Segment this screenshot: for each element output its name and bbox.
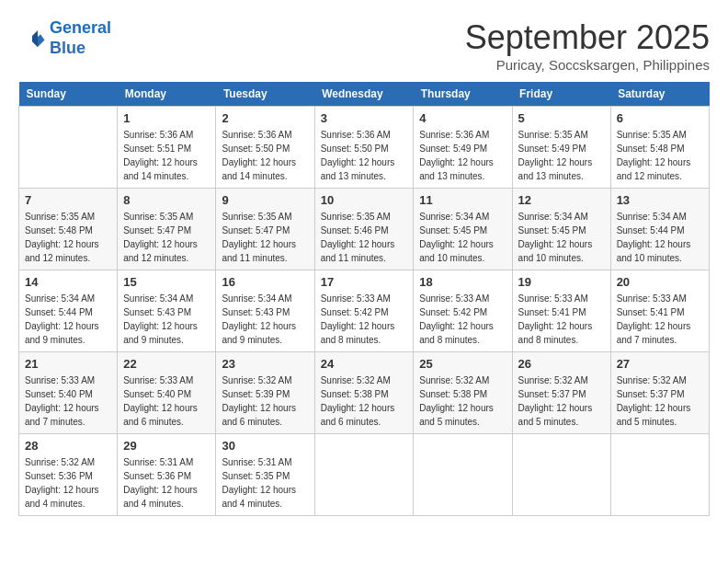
- day-info: Sunrise: 5:32 AM Sunset: 5:37 PM Dayligh…: [617, 373, 703, 429]
- calendar-cell: 18Sunrise: 5:33 AM Sunset: 5:42 PM Dayli…: [414, 270, 512, 352]
- calendar-cell: 20Sunrise: 5:33 AM Sunset: 5:41 PM Dayli…: [610, 270, 709, 352]
- calendar-cell: 11Sunrise: 5:34 AM Sunset: 5:45 PM Dayli…: [414, 189, 512, 270]
- day-info: Sunrise: 5:36 AM Sunset: 5:51 PM Dayligh…: [123, 128, 210, 183]
- calendar-cell: 7Sunrise: 5:35 AM Sunset: 5:48 PM Daylig…: [19, 189, 118, 270]
- calendar-cell: 17Sunrise: 5:33 AM Sunset: 5:42 PM Dayli…: [314, 270, 414, 352]
- svg-marker-1: [32, 30, 38, 47]
- location: Puricay, Soccsksargen, Philippines: [465, 57, 710, 73]
- week-row-5: 28Sunrise: 5:32 AM Sunset: 5:36 PM Dayli…: [19, 434, 710, 516]
- day-number: 19: [518, 275, 605, 289]
- day-info: Sunrise: 5:35 AM Sunset: 5:47 PM Dayligh…: [222, 210, 308, 265]
- calendar-cell: 19Sunrise: 5:33 AM Sunset: 5:41 PM Dayli…: [512, 270, 610, 352]
- calendar-cell: 21Sunrise: 5:33 AM Sunset: 5:40 PM Dayli…: [19, 352, 118, 434]
- calendar-cell: 12Sunrise: 5:34 AM Sunset: 5:45 PM Dayli…: [512, 189, 610, 270]
- calendar-cell: 4Sunrise: 5:36 AM Sunset: 5:49 PM Daylig…: [414, 107, 512, 189]
- day-info: Sunrise: 5:35 AM Sunset: 5:48 PM Dayligh…: [25, 210, 111, 265]
- week-row-2: 7Sunrise: 5:35 AM Sunset: 5:48 PM Daylig…: [19, 189, 710, 270]
- logo-line1: General: [50, 18, 111, 37]
- month-title: September 2025: [465, 18, 710, 57]
- day-info: Sunrise: 5:36 AM Sunset: 5:50 PM Dayligh…: [321, 128, 408, 183]
- day-info: Sunrise: 5:33 AM Sunset: 5:40 PM Dayligh…: [123, 373, 210, 429]
- day-info: Sunrise: 5:31 AM Sunset: 5:35 PM Dayligh…: [222, 455, 308, 511]
- day-info: Sunrise: 5:32 AM Sunset: 5:38 PM Dayligh…: [419, 373, 506, 429]
- calendar-cell: 9Sunrise: 5:35 AM Sunset: 5:47 PM Daylig…: [216, 189, 314, 270]
- day-info: Sunrise: 5:34 AM Sunset: 5:44 PM Dayligh…: [617, 210, 703, 265]
- day-number: 25: [419, 357, 506, 371]
- day-info: Sunrise: 5:35 AM Sunset: 5:46 PM Dayligh…: [321, 210, 408, 265]
- calendar-cell: 26Sunrise: 5:32 AM Sunset: 5:37 PM Dayli…: [512, 352, 610, 434]
- day-number: 5: [518, 111, 605, 125]
- calendar-cell: 14Sunrise: 5:34 AM Sunset: 5:44 PM Dayli…: [19, 270, 118, 352]
- day-info: Sunrise: 5:33 AM Sunset: 5:41 PM Dayligh…: [617, 292, 703, 347]
- day-number: 12: [518, 193, 605, 207]
- day-info: Sunrise: 5:34 AM Sunset: 5:44 PM Dayligh…: [25, 292, 111, 347]
- page-header: General Blue September 2025 Puricay, Soc…: [18, 18, 710, 73]
- day-number: 8: [123, 193, 210, 207]
- day-info: Sunrise: 5:36 AM Sunset: 5:50 PM Dayligh…: [222, 128, 308, 183]
- logo-line2: Blue: [50, 39, 85, 57]
- calendar-cell: 16Sunrise: 5:34 AM Sunset: 5:43 PM Dayli…: [216, 270, 314, 352]
- day-info: Sunrise: 5:36 AM Sunset: 5:49 PM Dayligh…: [419, 128, 506, 183]
- day-number: 9: [222, 193, 308, 207]
- day-number: 17: [321, 275, 408, 289]
- day-number: 21: [25, 357, 111, 371]
- day-number: 18: [419, 275, 506, 289]
- calendar-cell: 8Sunrise: 5:35 AM Sunset: 5:47 PM Daylig…: [118, 189, 216, 270]
- day-number: 16: [222, 275, 308, 289]
- calendar-cell: [414, 434, 512, 516]
- day-number: 20: [617, 275, 703, 289]
- calendar-cell: 6Sunrise: 5:35 AM Sunset: 5:48 PM Daylig…: [610, 107, 709, 189]
- weekday-header-sunday: Sunday: [19, 82, 118, 107]
- calendar-cell: [314, 434, 414, 516]
- calendar-cell: [19, 107, 118, 189]
- day-number: 6: [617, 111, 703, 125]
- day-info: Sunrise: 5:33 AM Sunset: 5:42 PM Dayligh…: [321, 292, 408, 347]
- week-row-1: 1Sunrise: 5:36 AM Sunset: 5:51 PM Daylig…: [19, 107, 710, 189]
- calendar-cell: 1Sunrise: 5:36 AM Sunset: 5:51 PM Daylig…: [118, 107, 216, 189]
- calendar-cell: 24Sunrise: 5:32 AM Sunset: 5:38 PM Dayli…: [314, 352, 414, 434]
- day-info: Sunrise: 5:34 AM Sunset: 5:43 PM Dayligh…: [222, 292, 308, 347]
- day-number: 30: [222, 439, 308, 453]
- day-number: 24: [321, 357, 408, 371]
- day-number: 28: [25, 439, 111, 453]
- day-number: 14: [25, 275, 111, 289]
- weekday-header-saturday: Saturday: [610, 82, 709, 107]
- day-info: Sunrise: 5:34 AM Sunset: 5:45 PM Dayligh…: [419, 210, 506, 265]
- weekday-header-tuesday: Tuesday: [216, 82, 314, 107]
- day-info: Sunrise: 5:33 AM Sunset: 5:40 PM Dayligh…: [25, 373, 111, 429]
- title-block: September 2025 Puricay, Soccsksargen, Ph…: [465, 18, 710, 73]
- calendar-cell: 30Sunrise: 5:31 AM Sunset: 5:35 PM Dayli…: [216, 434, 314, 516]
- day-info: Sunrise: 5:33 AM Sunset: 5:42 PM Dayligh…: [419, 292, 506, 347]
- logo-icon: [18, 25, 46, 52]
- day-info: Sunrise: 5:35 AM Sunset: 5:47 PM Dayligh…: [123, 210, 210, 265]
- weekday-header-friday: Friday: [512, 82, 610, 107]
- day-number: 15: [123, 275, 210, 289]
- day-info: Sunrise: 5:32 AM Sunset: 5:38 PM Dayligh…: [321, 373, 408, 429]
- calendar-table: SundayMondayTuesdayWednesdayThursdayFrid…: [18, 82, 710, 516]
- weekday-header-monday: Monday: [118, 82, 216, 107]
- day-number: 13: [617, 193, 703, 207]
- logo: General Blue: [18, 18, 111, 58]
- day-number: 29: [123, 439, 210, 453]
- calendar-cell: 22Sunrise: 5:33 AM Sunset: 5:40 PM Dayli…: [118, 352, 216, 434]
- day-number: 11: [419, 193, 506, 207]
- day-number: 10: [321, 193, 408, 207]
- calendar-cell: 25Sunrise: 5:32 AM Sunset: 5:38 PM Dayli…: [414, 352, 512, 434]
- calendar-cell: 3Sunrise: 5:36 AM Sunset: 5:50 PM Daylig…: [314, 107, 414, 189]
- calendar-cell: 10Sunrise: 5:35 AM Sunset: 5:46 PM Dayli…: [314, 189, 414, 270]
- calendar-cell: 28Sunrise: 5:32 AM Sunset: 5:36 PM Dayli…: [19, 434, 118, 516]
- day-number: 7: [25, 193, 111, 207]
- week-row-4: 21Sunrise: 5:33 AM Sunset: 5:40 PM Dayli…: [19, 352, 710, 434]
- day-info: Sunrise: 5:32 AM Sunset: 5:36 PM Dayligh…: [25, 455, 111, 511]
- day-info: Sunrise: 5:34 AM Sunset: 5:43 PM Dayligh…: [123, 292, 210, 347]
- day-number: 23: [222, 357, 308, 371]
- calendar-cell: [610, 434, 709, 516]
- calendar-cell: 13Sunrise: 5:34 AM Sunset: 5:44 PM Dayli…: [610, 189, 709, 270]
- day-number: 22: [123, 357, 210, 371]
- weekday-header-row: SundayMondayTuesdayWednesdayThursdayFrid…: [19, 82, 710, 107]
- calendar-cell: 27Sunrise: 5:32 AM Sunset: 5:37 PM Dayli…: [610, 352, 709, 434]
- weekday-header-wednesday: Wednesday: [314, 82, 414, 107]
- day-info: Sunrise: 5:35 AM Sunset: 5:49 PM Dayligh…: [518, 128, 605, 183]
- calendar-cell: 15Sunrise: 5:34 AM Sunset: 5:43 PM Dayli…: [118, 270, 216, 352]
- day-number: 27: [617, 357, 703, 371]
